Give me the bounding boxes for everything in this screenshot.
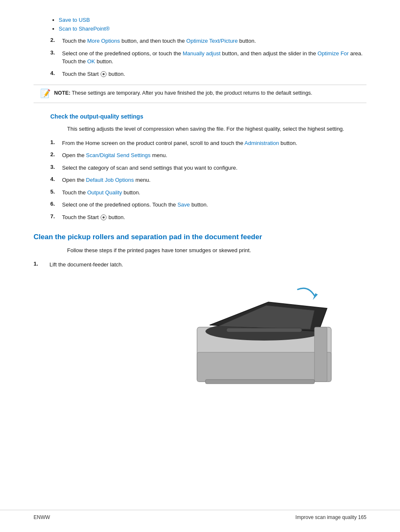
step-2-initial: 2. Touch the More Options button, and th… [34, 37, 366, 45]
s1-step-3-content: Select the category of scan and send set… [62, 164, 366, 172]
s1-step-4: 4. Open the Default Job Options menu. [34, 176, 366, 184]
s1-step-7-content: Touch the Start button. [62, 213, 366, 222]
section1-heading: Check the output-quality settings [34, 113, 366, 120]
note-text: NOTE: These settings are temporary. Afte… [54, 89, 312, 97]
s1-step-number-4: 4. [50, 176, 62, 184]
step-3-initial: 3. Select one of the predefined options,… [34, 49, 366, 66]
step-2-content: Touch the More Options button, and then … [62, 37, 366, 45]
footer-divider [0, 510, 400, 510]
start-icon [101, 71, 106, 77]
section1-intro: This setting adjusts the level of compre… [34, 125, 366, 133]
svg-rect-5 [314, 327, 327, 382]
step-number-2: 2. [50, 37, 62, 45]
step-4-initial: 4. Touch the Start button. [34, 70, 366, 78]
note-icon: 📝 [40, 88, 51, 98]
scan-digital-send-settings-link[interactable]: Scan/Digital Send Settings [86, 152, 151, 158]
s1-step-number-1: 1. [50, 139, 62, 147]
footer: ENWW Improve scan image quality 165 [0, 514, 400, 520]
output-quality-link[interactable]: Output Quality [87, 189, 122, 196]
svg-rect-1 [197, 352, 331, 382]
step-3-content: Select one of the predefined options, or… [62, 49, 366, 66]
svg-rect-6 [205, 380, 314, 384]
start-icon-2 [101, 214, 106, 220]
s2-step-1-content: Lift the document-feeder latch. [49, 261, 123, 269]
svg-rect-4 [226, 328, 302, 332]
s1-step-6: 6. Select one of the predefined options.… [34, 201, 366, 209]
printer-illustration [184, 277, 344, 394]
s1-step-4-content: Open the Default Job Options menu. [62, 176, 366, 184]
s2-step-number-1: 1. [34, 261, 46, 269]
s1-step-7: 7. Touch the Start button. [34, 213, 366, 222]
s1-step-1: 1. From the Home screen on the product c… [34, 139, 366, 147]
s1-step-number-3: 3. [50, 164, 62, 172]
more-options-link[interactable]: More Options [87, 38, 120, 44]
save-link[interactable]: Save [177, 201, 190, 208]
s2-step-1: 1. Lift the document-feeder latch. [34, 261, 366, 269]
s1-step-1-content: From the Home screen on the product cont… [62, 139, 366, 147]
bullet-list: Save to USB Scan to SharePoint® [59, 17, 366, 32]
scan-to-sharepoint-link[interactable]: Scan to SharePoint® [59, 26, 110, 32]
step-number-3: 3. [50, 49, 62, 66]
default-job-options-link[interactable]: Default Job Options [86, 177, 134, 183]
step-4-content: Touch the Start button. [62, 70, 366, 78]
ok-link[interactable]: OK [87, 58, 95, 65]
s1-step-number-5: 5. [50, 189, 62, 197]
s1-step-2: 2. Open the Scan/Digital Send Settings m… [34, 151, 366, 160]
s1-step-5: 5. Touch the Output Quality button. [34, 189, 366, 197]
s1-step-5-content: Touch the Output Quality button. [62, 189, 366, 197]
s1-step-number-6: 6. [50, 201, 62, 209]
manually-adjust-link[interactable]: Manually adjust [183, 50, 221, 57]
list-item-save-usb: Save to USB [59, 17, 366, 23]
s1-step-3: 3. Select the category of scan and send … [34, 164, 366, 172]
s1-step-2-content: Open the Scan/Digital Send Settings menu… [62, 151, 366, 160]
s1-step-number-7: 7. [50, 213, 62, 222]
footer-right: Improve scan image quality 165 [296, 514, 366, 520]
section2-intro: Follow these steps if the printed pages … [34, 246, 366, 255]
optimize-text-picture-link[interactable]: Optimize Text/Picture [186, 38, 238, 44]
list-item-scan-sharepoint: Scan to SharePoint® [59, 26, 366, 32]
save-to-usb-link[interactable]: Save to USB [59, 17, 90, 23]
note-box: 📝 NOTE: These settings are temporary. Af… [34, 85, 366, 103]
footer-left: ENWW [34, 514, 50, 520]
optimize-for-link[interactable]: Optimize For [317, 50, 348, 57]
step-number-4: 4. [50, 70, 62, 78]
section2-heading: Clean the pickup rollers and separation … [34, 233, 366, 241]
s1-step-6-content: Select one of the predefined options. To… [62, 201, 366, 209]
s1-step-number-2: 2. [50, 151, 62, 160]
note-label: NOTE: [54, 90, 70, 96]
administration-link[interactable]: Administration [244, 140, 279, 146]
note-content: These settings are temporary. After you … [70, 90, 312, 96]
